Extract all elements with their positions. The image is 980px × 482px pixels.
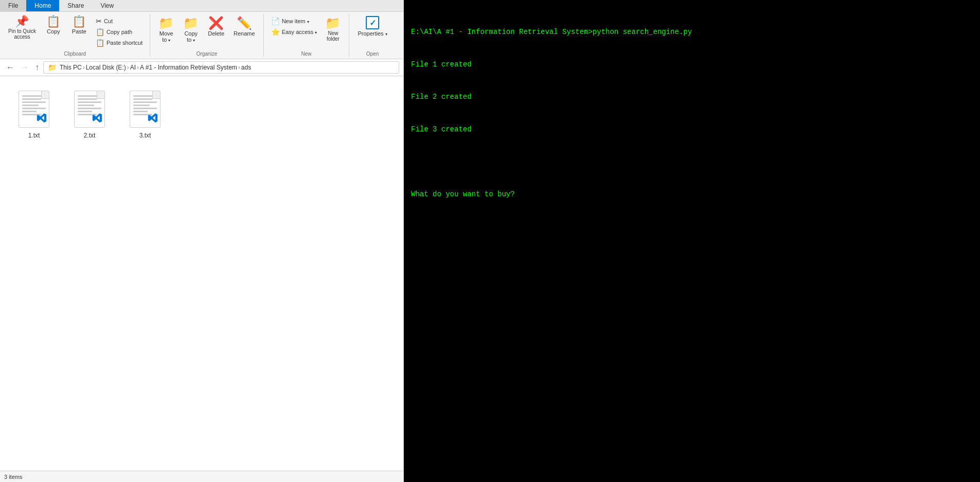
up-button[interactable]: ↑ (33, 62, 41, 73)
file-item-1[interactable]: 1.txt (8, 84, 60, 143)
path-info-retrieval[interactable]: A #1 - Information Retrieval System (140, 64, 237, 71)
path-ai[interactable]: AI (130, 64, 136, 71)
path-local-disk[interactable]: Local Disk (E:) (86, 64, 126, 71)
vscode-badge-1 (37, 113, 47, 125)
copy-path-icon: 📋 (96, 28, 104, 36)
file-line (133, 98, 152, 100)
cut-button[interactable]: ✂ Cut (93, 16, 146, 26)
terminal-line-blank (411, 157, 973, 167)
file-page-icon-3 (130, 91, 161, 128)
paste-icon: 📋 (72, 16, 86, 27)
tab-file[interactable]: File (0, 0, 26, 11)
ribbon-group-open: Properties ▾ Open (349, 14, 395, 57)
ribbon-content: 📌 Pin to Quickaccess 📋 Copy 📋 Paste (0, 12, 403, 59)
file-line (22, 98, 41, 100)
copy-label: Copy (47, 28, 60, 35)
new-label: New (301, 50, 312, 57)
file-line (22, 105, 39, 106)
tab-share[interactable]: Share (59, 0, 92, 11)
file-label-2: 2.txt (84, 132, 96, 139)
forward-button[interactable]: → (19, 62, 31, 73)
ribbon-tabs: File Home Share View (0, 0, 403, 12)
file-label-1: 1.txt (28, 132, 40, 139)
pin-label: Pin to Quickaccess (8, 28, 36, 40)
file-line (22, 111, 37, 112)
file-item-3[interactable]: 3.txt (119, 84, 171, 143)
file-line (133, 105, 150, 106)
back-button[interactable]: ← (4, 62, 16, 73)
tab-view[interactable]: View (92, 0, 122, 11)
new-folder-button[interactable]: 📁 Newfolder (321, 14, 345, 44)
new-item-icon: 📄 (271, 17, 280, 25)
ribbon-group-new: 📄 New item ▾ ⭐ Easy access ▾ 📁 Newfolder… (264, 14, 350, 57)
paste-button[interactable]: 📋 Paste (67, 14, 92, 37)
file-line (78, 111, 92, 112)
terminal-line-4: File 3 created (411, 124, 973, 135)
terminal-line-prompt: What do you want to buy? (411, 189, 973, 200)
clipboard-label: Clipboard (64, 50, 86, 57)
file-item-2[interactable]: 2.txt (64, 84, 115, 143)
rename-button[interactable]: ✏️ Rename (229, 14, 259, 39)
paste-shortcut-button[interactable]: 📋 Paste shortcut (93, 38, 146, 48)
rename-icon: ✏️ (237, 16, 252, 30)
file-area: 1.txt (0, 76, 403, 471)
terminal-line-1: E:\AI\A #1 - Information Retrieval Syste… (411, 27, 973, 38)
copy-path-button[interactable]: 📋 Copy path (93, 27, 146, 37)
file-line (78, 95, 101, 97)
file-icon-wrapper-2 (72, 89, 108, 130)
status-text: 3 items (4, 474, 22, 480)
folder-icon: 📁 (48, 63, 57, 72)
paste-label: Paste (72, 28, 86, 35)
file-page-icon-1 (19, 91, 49, 128)
copy-button[interactable]: 📋 Copy (41, 14, 66, 37)
open-label: Open (366, 50, 379, 57)
copy-to-icon: 📁 (183, 16, 199, 30)
ribbon: File Home Share View 📌 Pin to Quickacces… (0, 0, 403, 59)
terminal[interactable]: E:\AI\A #1 - Information Retrieval Syste… (404, 0, 980, 482)
copy-icon: 📋 (46, 16, 60, 27)
paste-shortcut-icon: 📋 (96, 39, 104, 47)
file-icon-wrapper-1 (16, 89, 52, 130)
file-line (133, 95, 157, 97)
file-line (78, 108, 101, 109)
easy-access-button[interactable]: ⭐ Easy access ▾ (268, 27, 320, 37)
file-line (133, 108, 157, 109)
organize-items: 📁 Moveto ▾ 📁 Copyto ▾ ❌ Delete ✏️ Rename (154, 14, 259, 50)
properties-button[interactable]: Properties ▾ (353, 14, 391, 39)
delete-button[interactable]: ❌ Delete (204, 14, 228, 39)
file-line (22, 95, 46, 97)
move-to-button[interactable]: 📁 Moveto ▾ (154, 14, 178, 45)
file-line (78, 98, 97, 100)
new-item-button[interactable]: 📄 New item ▾ (268, 16, 320, 26)
clipboard-small-buttons: ✂ Cut 📋 Copy path 📋 Paste shortcut (93, 14, 146, 50)
file-explorer: File Home Share View 📌 Pin to Quickacces… (0, 0, 404, 482)
status-bar: 3 items (0, 471, 403, 482)
file-line (78, 105, 94, 106)
clipboard-items: 📌 Pin to Quickaccess 📋 Copy 📋 Paste (4, 14, 146, 50)
terminal-line-2: File 1 created (411, 59, 973, 70)
copy-to-button[interactable]: 📁 Copyto ▾ (179, 14, 203, 45)
pin-icon: 📌 (15, 16, 29, 27)
file-line (22, 108, 46, 109)
easy-access-icon: ⭐ (271, 28, 280, 36)
file-label-3: 3.txt (139, 132, 151, 139)
vscode-badge-2 (92, 113, 102, 125)
path-this-pc[interactable]: This PC (60, 64, 82, 71)
pin-to-quick-access-button[interactable]: 📌 Pin to Quickaccess (4, 14, 40, 42)
delete-icon: ❌ (208, 16, 224, 30)
properties-checkmark-icon (366, 16, 379, 29)
address-path[interactable]: 📁 This PC › Local Disk (E:) › AI › A #1 … (43, 61, 399, 74)
new-small-buttons: 📄 New item ▾ ⭐ Easy access ▾ (268, 14, 320, 39)
organize-label: Organize (197, 50, 218, 57)
ribbon-group-clipboard: 📌 Pin to Quickaccess 📋 Copy 📋 Paste (0, 14, 150, 57)
file-icon-wrapper-3 (127, 89, 163, 130)
file-line (133, 111, 148, 112)
file-page-icon-2 (74, 91, 105, 128)
path-ads[interactable]: ads (241, 64, 251, 71)
file-line (133, 101, 157, 103)
open-items: Properties ▾ (353, 14, 391, 50)
tab-home[interactable]: Home (26, 0, 59, 11)
file-line (78, 101, 101, 103)
file-line (22, 101, 46, 103)
new-folder-icon: 📁 (325, 16, 341, 30)
